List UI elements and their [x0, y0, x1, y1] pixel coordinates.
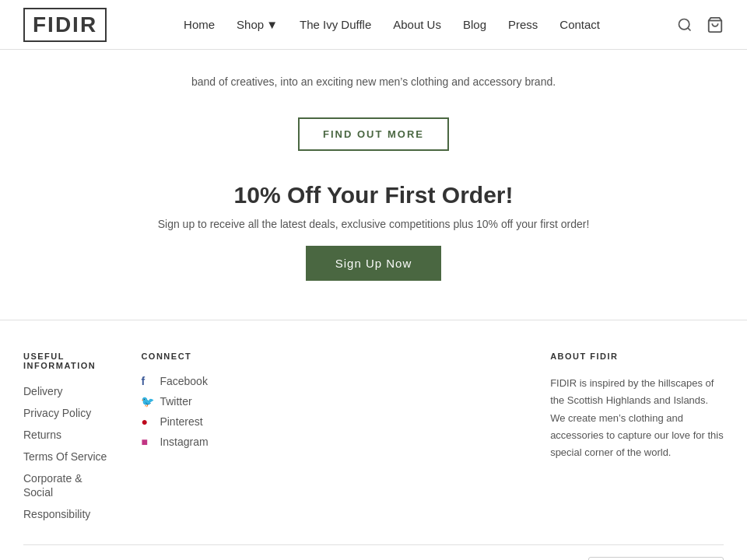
instagram-icon: ■ — [141, 436, 153, 448]
list-item: 🐦 Twitter — [141, 395, 227, 408]
list-item: Responsibility — [23, 507, 110, 521]
search-button[interactable] — [677, 17, 693, 33]
nav-ivy-duffle[interactable]: The Ivy Duffle — [300, 18, 371, 31]
find-out-more-button[interactable]: FIND OUT MORE — [298, 117, 449, 151]
svg-line-1 — [688, 27, 691, 30]
nav-press[interactable]: Press — [508, 18, 538, 31]
instagram-link[interactable]: Instagram — [160, 436, 208, 448]
twitter-icon: 🐦 — [141, 395, 153, 408]
list-item: Returns — [23, 428, 110, 442]
list-item: ■ Instagram — [141, 436, 227, 448]
main-nav: Home Shop ▼ The Ivy Duffle About Us Blog… — [184, 18, 600, 31]
pinterest-link[interactable]: Pinterest — [160, 415, 202, 428]
site-footer: USEFUL INFORMATION Delivery Privacy Poli… — [0, 320, 747, 560]
footer-spacer — [259, 352, 519, 521]
top-text: band of creatives, into an exciting new … — [156, 73, 591, 90]
pinterest-icon: ● — [141, 415, 153, 428]
nav-home[interactable]: Home — [184, 18, 215, 31]
facebook-link[interactable]: Facebook — [160, 375, 207, 387]
footer-columns: USEFUL INFORMATION Delivery Privacy Poli… — [23, 352, 724, 544]
nav-contact[interactable]: Contact — [559, 18, 600, 31]
returns-link[interactable]: Returns — [23, 429, 61, 441]
useful-info-links: Delivery Privacy Policy Returns Terms Of… — [23, 384, 110, 521]
site-header: FIDIR Home Shop ▼ The Ivy Duffle About U… — [0, 0, 747, 50]
delivery-link[interactable]: Delivery — [23, 385, 63, 397]
privacy-policy-link[interactable]: Privacy Policy — [23, 407, 91, 419]
promo-section: 10% Off Your First Order! Sign up to rec… — [0, 174, 747, 289]
about-text: FIDIR is inspired by the hillscapes of t… — [550, 375, 724, 460]
footer-connect: CONNECT f Facebook 🐦 Twitter ● Pinterest… — [141, 352, 227, 521]
chevron-down-icon: ▼ — [266, 18, 278, 31]
facebook-icon: f — [141, 375, 153, 387]
footer-bottom: AMEX Apple Pay ●● PayPal S VISA POWERED … — [23, 544, 724, 560]
list-item: Terms Of Service — [23, 450, 110, 464]
list-item: Delivery — [23, 384, 110, 398]
logo[interactable]: FIDIR — [23, 8, 107, 42]
useful-info-heading: USEFUL INFORMATION — [23, 352, 110, 370]
twitter-link[interactable]: Twitter — [160, 395, 191, 408]
connect-heading: CONNECT — [141, 352, 227, 361]
cart-icon — [707, 16, 724, 33]
nav-shop[interactable]: Shop ▼ — [237, 18, 278, 31]
list-item: f Facebook — [141, 375, 227, 387]
footer-about: ABOUT FIDIR FIDIR is inspired by the hil… — [550, 352, 724, 521]
responsibility-link[interactable]: Responsibility — [23, 508, 90, 520]
promo-title: 10% Off Your First Order! — [156, 182, 591, 208]
search-icon — [677, 17, 693, 33]
svg-point-0 — [679, 19, 689, 29]
nav-blog[interactable]: Blog — [463, 18, 486, 31]
promo-subtitle: Sign up to receive all the latest deals,… — [156, 218, 591, 230]
list-item: ● Pinterest — [141, 415, 227, 428]
list-item: Corporate & Social — [23, 471, 110, 499]
powered-by-shopify: POWERED BY SHOPIFY — [588, 557, 724, 560]
top-section: band of creatives, into an exciting new … — [0, 50, 747, 106]
main-content: band of creatives, into an exciting new … — [0, 50, 747, 289]
corporate-link[interactable]: Corporate & Social — [23, 472, 82, 499]
header-actions — [677, 16, 724, 33]
find-out-wrap: FIND OUT MORE — [0, 106, 747, 174]
footer-useful-info: USEFUL INFORMATION Delivery Privacy Poli… — [23, 352, 110, 521]
signup-button[interactable]: Sign Up Now — [306, 246, 442, 281]
about-heading: ABOUT FIDIR — [550, 352, 724, 361]
list-item: Privacy Policy — [23, 406, 110, 420]
terms-link[interactable]: Terms Of Service — [23, 450, 107, 463]
nav-about-us[interactable]: About Us — [393, 18, 441, 31]
cart-button[interactable] — [707, 16, 724, 33]
social-links: f Facebook 🐦 Twitter ● Pinterest ■ Insta… — [141, 375, 227, 448]
